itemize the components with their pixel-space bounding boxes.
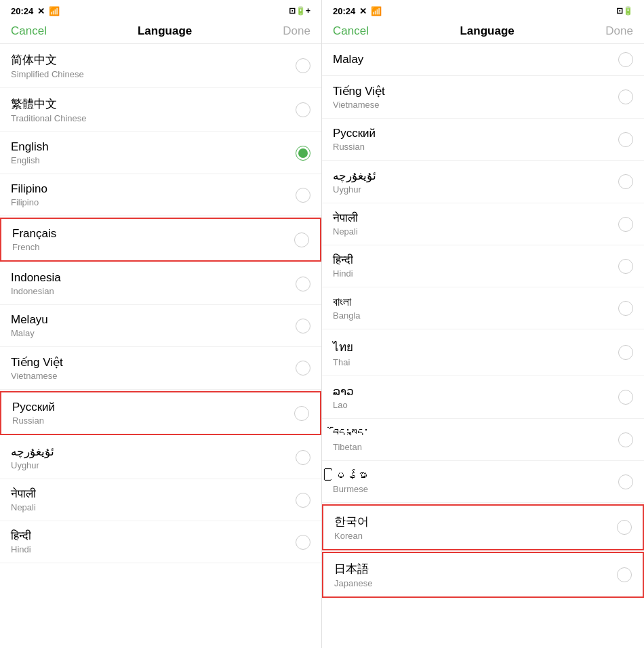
- done-button-right[interactable]: Done: [605, 24, 633, 38]
- language-item[interactable]: 简体中文Simplified Chinese: [0, 44, 321, 88]
- language-item[interactable]: EnglishEnglish: [0, 132, 321, 174]
- radio-button[interactable]: [296, 277, 310, 291]
- language-item[interactable]: MelayuMalay: [0, 305, 321, 347]
- radio-button[interactable]: [296, 450, 310, 465]
- lang-english-name: Vietnamese: [333, 100, 385, 110]
- lang-native-name: Tiếng Việt: [11, 355, 63, 369]
- status-bar-right: 20:24 ✕ 📶 ⊡🔋: [322, 0, 644, 19]
- lang-native-name: Tiếng Việt: [333, 84, 385, 98]
- language-item[interactable]: 한국어Korean: [322, 504, 644, 550]
- nav-title-right: Language: [460, 24, 514, 38]
- lang-english-name: Russian: [333, 142, 376, 152]
- battery-icon-right: ⊡🔋: [616, 6, 633, 16]
- language-item[interactable]: Tiếng ViệtVietnamese: [0, 347, 321, 390]
- radio-button[interactable]: [296, 146, 310, 161]
- radio-button[interactable]: [617, 567, 632, 582]
- radio-button[interactable]: [618, 89, 633, 104]
- nav-bar-left: Cancel Language Done: [0, 19, 321, 44]
- language-item[interactable]: བོད་སྐད་Tibetan: [322, 419, 644, 461]
- language-item[interactable]: 繁體中文Traditional Chinese: [0, 88, 321, 132]
- language-item[interactable]: FilipinoFilipino: [0, 174, 321, 216]
- radio-button[interactable]: [618, 132, 633, 147]
- radio-button[interactable]: [618, 52, 633, 67]
- nav-title-left: Language: [138, 24, 192, 38]
- lang-native-name: नेपाली: [333, 211, 358, 225]
- language-item[interactable]: Tiếng ViệtVietnamese: [322, 76, 644, 119]
- radio-button[interactable]: [618, 217, 633, 232]
- radio-button[interactable]: [294, 232, 309, 247]
- radio-button[interactable]: [296, 319, 310, 333]
- lang-native-name: ئۇيغۇرچە: [333, 169, 376, 183]
- lang-english-name: Burmese: [333, 484, 368, 494]
- language-item[interactable]: 日本語Japanese: [322, 552, 644, 598]
- radio-button[interactable]: [618, 174, 633, 189]
- radio-button[interactable]: [618, 474, 633, 489]
- radio-button[interactable]: [296, 493, 310, 508]
- lang-english-name: Japanese: [334, 578, 372, 588]
- lang-english-name: Bangla: [333, 310, 360, 321]
- radio-button[interactable]: [296, 361, 310, 376]
- lang-english-name: English: [11, 155, 49, 165]
- language-item[interactable]: हिन्दीHindi: [0, 521, 321, 563]
- lang-native-name: हिन्दी: [333, 254, 353, 267]
- wifi-icon-left: 📶: [49, 6, 60, 16]
- language-item[interactable]: नेपालीNepali: [322, 203, 644, 245]
- lang-english-name: Russian: [12, 416, 55, 426]
- done-button-left[interactable]: Done: [283, 24, 310, 38]
- radio-button[interactable]: [617, 520, 632, 535]
- lang-native-name: 日本語: [334, 561, 372, 577]
- lang-english-name: Uyghur: [333, 184, 376, 195]
- language-list-left: 简体中文Simplified Chinese繁體中文Traditional Ch…: [0, 44, 321, 648]
- lang-native-name: Filipino: [11, 182, 47, 196]
- radio-button[interactable]: [296, 188, 310, 203]
- radio-button[interactable]: [618, 259, 633, 274]
- language-item[interactable]: ລາວLao: [322, 376, 644, 419]
- lang-native-name: བོད་སྐད་: [333, 427, 369, 441]
- lang-native-name: မြန်မာ: [333, 469, 368, 483]
- language-item[interactable]: ئۇيغۇرچەUyghur: [0, 437, 321, 479]
- lang-native-name: Русский: [333, 127, 376, 140]
- radio-button[interactable]: [294, 406, 309, 421]
- cancel-button-right[interactable]: Cancel: [333, 24, 369, 38]
- radio-button[interactable]: [296, 535, 310, 550]
- lang-native-name: ລາວ: [333, 384, 354, 399]
- language-item[interactable]: नेपालीNepali: [0, 479, 321, 521]
- radio-button[interactable]: [296, 102, 310, 117]
- lang-english-name: Lao: [333, 400, 354, 410]
- language-item[interactable]: IndonesiaIndonesian: [0, 263, 321, 305]
- radio-button[interactable]: [618, 345, 633, 360]
- lang-english-name: Vietnamese: [11, 371, 63, 381]
- language-item[interactable]: हिन्दीHindi: [322, 245, 644, 287]
- lang-native-name: 繁體中文: [11, 96, 87, 112]
- lang-english-name: Korean: [334, 531, 369, 541]
- radio-button[interactable]: [618, 432, 633, 447]
- language-item[interactable]: Malay: [322, 44, 644, 76]
- radio-button[interactable]: [618, 390, 633, 405]
- lang-native-name: Indonesia: [11, 271, 61, 285]
- panel-right: 20:24 ✕ 📶 ⊡🔋 Cancel Language Done MalayT…: [322, 0, 644, 648]
- panel-left: 20:24 ✕ 📶 ⊡🔋+ Cancel Language Done 简体中文S…: [0, 0, 322, 648]
- radio-button[interactable]: [618, 301, 633, 316]
- lang-native-name: বাংলা: [333, 296, 360, 309]
- lang-english-name: Indonesian: [11, 286, 61, 296]
- lang-english-name: Nepali: [11, 502, 36, 512]
- language-item[interactable]: РусскийRussian: [0, 391, 321, 435]
- language-item[interactable]: РусскийRussian: [322, 119, 644, 161]
- lang-native-name: नेपाली: [11, 487, 36, 501]
- lang-native-name: 简体中文: [11, 52, 84, 68]
- language-list-right: MalayTiếng ViệtVietnameseРусскийRussianئ…: [322, 44, 644, 648]
- lang-english-name: Filipino: [11, 197, 47, 207]
- language-item[interactable]: ไทยThai: [322, 329, 644, 376]
- radio-button[interactable]: [296, 58, 310, 73]
- lang-english-name: Nepali: [333, 226, 358, 237]
- cancel-button-left[interactable]: Cancel: [11, 24, 47, 38]
- battery-icon-left: ⊡🔋+: [289, 6, 310, 16]
- language-item[interactable]: ئۇيغۇرچەUyghur: [322, 161, 644, 203]
- nav-bar-right: Cancel Language Done: [322, 19, 644, 44]
- language-item[interactable]: বাংলাBangla: [322, 287, 644, 329]
- language-item[interactable]: မြန်မာBurmese: [322, 461, 644, 503]
- signal-icon-right: ✕: [359, 6, 367, 16]
- lang-english-name: Thai: [333, 357, 353, 367]
- lang-native-name: Русский: [12, 401, 55, 414]
- language-item[interactable]: FrançaisFrench: [0, 218, 321, 262]
